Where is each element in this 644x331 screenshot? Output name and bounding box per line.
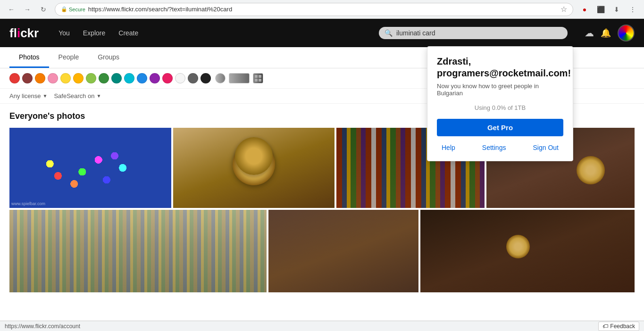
- address-url: https://www.flickr.com/search/?text=ilum…: [88, 6, 558, 13]
- photo-cafe-interior[interactable]: [268, 210, 418, 292]
- back-button[interactable]: ←: [5, 3, 18, 16]
- color-filter-black[interactable]: [201, 73, 211, 83]
- download-button[interactable]: ⬇: [610, 3, 623, 16]
- color-filter-green[interactable]: [99, 73, 109, 83]
- restaurant-coffee: [577, 156, 605, 184]
- tab-people[interactable]: People: [49, 48, 89, 68]
- save-button[interactable]: ⬛: [594, 3, 607, 16]
- color-filter-thumbnail[interactable]: [229, 73, 250, 83]
- flickr-logo[interactable]: flickr: [9, 26, 39, 41]
- color-filter-purple[interactable]: [150, 73, 160, 83]
- color-filter-white[interactable]: [175, 73, 185, 83]
- svg-rect-3: [259, 79, 261, 82]
- help-link[interactable]: Help: [442, 144, 455, 151]
- coffee-circle: [233, 143, 275, 185]
- tab-photos[interactable]: Photos: [9, 48, 49, 68]
- safesearch-arrow-icon: ▼: [96, 93, 101, 99]
- color-filter-magenta[interactable]: [162, 73, 173, 83]
- menu-button[interactable]: ⋮: [626, 3, 639, 16]
- feedback-button[interactable]: 🏷 Feedback: [598, 322, 639, 331]
- photo-watermark: www.spielbar.com: [11, 201, 45, 206]
- safesearch-filter[interactable]: SafeSearch on ▼: [54, 92, 101, 99]
- address-bar[interactable]: 🔒 Secure https://www.flickr.com/search/?…: [55, 3, 573, 16]
- license-arrow-icon: ▼: [42, 93, 47, 99]
- you-nav-item[interactable]: You: [53, 26, 75, 40]
- sign-out-link[interactable]: Sign Out: [533, 144, 559, 151]
- notification-icon[interactable]: 🔔: [601, 28, 611, 38]
- search-input[interactable]: [396, 29, 562, 37]
- photo-board-game[interactable]: www.spielbar.com: [9, 128, 171, 208]
- header-nav: You Explore Create: [53, 26, 144, 40]
- browser-actions: ● ⬛ ⬇ ⋮: [578, 3, 639, 16]
- extensions-button[interactable]: ●: [578, 3, 591, 16]
- user-dropdown: Zdrasti, programers@rocketmail.com! Now …: [427, 46, 573, 161]
- color-filter-red[interactable]: [9, 73, 20, 83]
- color-filter-yellow[interactable]: [60, 73, 71, 83]
- dropdown-email: programers@rocketmail.com!: [437, 68, 563, 79]
- svg-rect-0: [255, 75, 258, 78]
- photo-coffee-cup[interactable]: [173, 128, 335, 208]
- dropdown-usage: Using 0.0% of 1TB: [437, 104, 563, 111]
- color-filter-amber[interactable]: [73, 73, 84, 83]
- star-icon[interactable]: ☆: [560, 5, 567, 14]
- upload-icon[interactable]: ☁: [585, 27, 594, 39]
- license-filter[interactable]: Any license ▼: [9, 92, 47, 99]
- feedback-icon: 🏷: [602, 323, 608, 330]
- status-url: https://www.flickr.com/account: [5, 323, 80, 330]
- dropdown-links: Help Settings Sign Out: [437, 144, 563, 151]
- svg-rect-1: [259, 75, 261, 78]
- color-filter-brown-red[interactable]: [22, 73, 33, 83]
- explore-nav-item[interactable]: Explore: [77, 26, 111, 40]
- search-bar[interactable]: 🔍: [379, 27, 568, 39]
- flickr-header: flickr You Explore Create 🔍 ☁ 🔔: [0, 19, 644, 47]
- dropdown-tagline: Now you know how to greet people in Bulg…: [437, 83, 563, 97]
- svg-rect-2: [255, 79, 258, 82]
- create-nav-item[interactable]: Create: [113, 26, 144, 40]
- color-filter-orange[interactable]: [35, 73, 45, 83]
- color-filter-light-green[interactable]: [86, 73, 96, 83]
- coffee-table-cup: [506, 235, 530, 258]
- tab-groups[interactable]: Groups: [88, 48, 129, 68]
- color-filter-pink[interactable]: [48, 73, 58, 83]
- avatar[interactable]: [618, 25, 635, 41]
- color-filter-cyan[interactable]: [124, 73, 134, 83]
- nav-buttons: ← → ↻: [5, 3, 50, 16]
- color-filter-teal[interactable]: [111, 73, 122, 83]
- color-filter-grid[interactable]: [253, 73, 263, 83]
- search-icon: 🔍: [385, 29, 393, 37]
- color-filter-blue[interactable]: [137, 73, 147, 83]
- header-icons: ☁ 🔔: [585, 25, 635, 41]
- status-bar: https://www.flickr.com/account 🏷 Feedbac…: [0, 321, 644, 331]
- reload-button[interactable]: ↻: [37, 3, 50, 16]
- color-filter-dark-gray[interactable]: [188, 73, 198, 83]
- settings-link[interactable]: Settings: [482, 144, 506, 151]
- color-filter-gradient[interactable]: [215, 73, 226, 83]
- get-pro-button[interactable]: Get Pro: [437, 119, 563, 136]
- dropdown-greeting: Zdrasti,: [437, 56, 563, 67]
- secure-badge: 🔒 Secure: [61, 6, 85, 12]
- photo-grid-row-2: [9, 210, 635, 292]
- photo-coffee-table[interactable]: [420, 210, 635, 292]
- forward-button[interactable]: →: [21, 3, 34, 16]
- browser-chrome: ← → ↻ 🔒 Secure https://www.flickr.com/se…: [0, 0, 644, 19]
- grid-icon: [255, 75, 261, 82]
- photo-bookcase[interactable]: [9, 210, 267, 292]
